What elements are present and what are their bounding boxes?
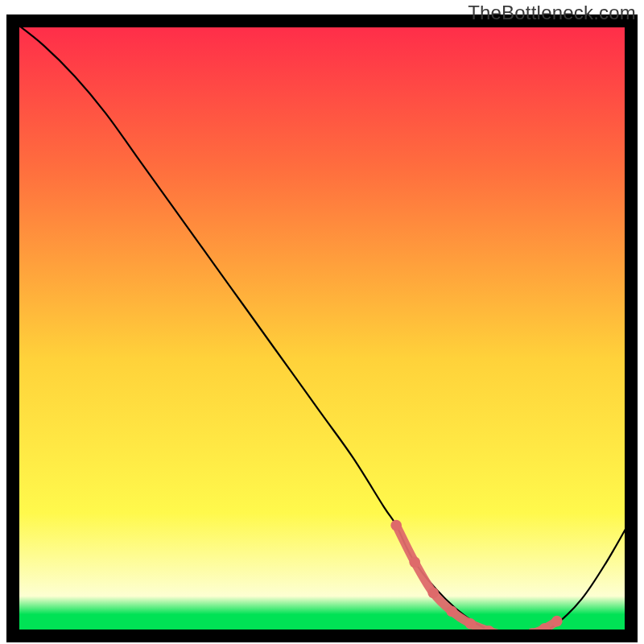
optimal-range-dot [390, 520, 402, 531]
bottleneck-chart [0, 0, 644, 644]
watermark-text: TheBottleneck.com [468, 2, 636, 24]
optimal-range-dot [465, 618, 477, 630]
optimal-range-dot [427, 588, 439, 599]
optimal-range-dot [409, 557, 420, 568]
chart-container: TheBottleneck.com [0, 0, 644, 644]
optimal-range-dot [446, 606, 457, 617]
optimal-range-dot [551, 616, 563, 627]
